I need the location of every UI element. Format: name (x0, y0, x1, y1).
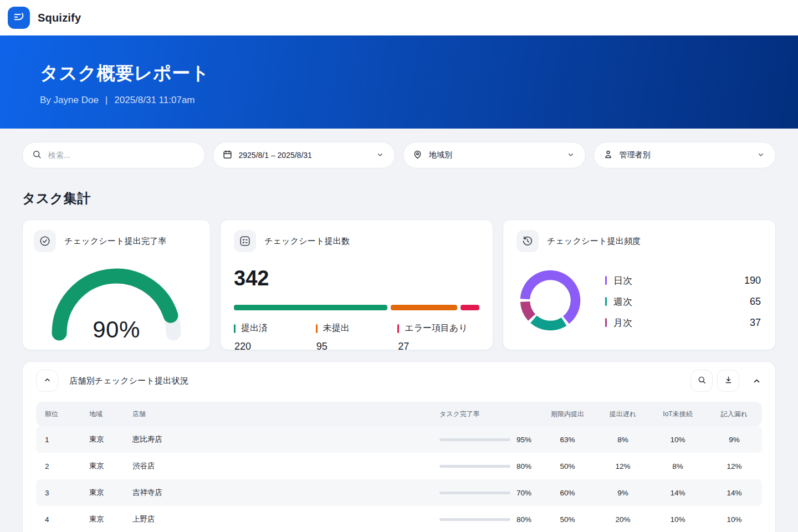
table-row[interactable]: 1東京恵比寿店95%63%8%10%9% (36, 426, 762, 453)
calendar-icon (222, 149, 233, 161)
cell-missing: 12% (707, 462, 762, 470)
report-author: By Jayne Doe (40, 95, 99, 106)
manager-select[interactable]: 管理者別 (594, 142, 776, 168)
legend-label: 未提出 (323, 323, 350, 334)
legend-value: 37 (750, 317, 761, 329)
report-banner: タスク概要レポート By Jayne Doe | 2025/8/31 11:07… (0, 35, 798, 129)
legend-item: 提出済220 (234, 323, 316, 352)
cell-on-time: 50% (538, 462, 597, 470)
chevron-up-icon[interactable] (751, 376, 762, 386)
store-table-card: 店舗別チェックシート提出状況 順位地域店舗タスク完了率期限内提出提出 (22, 361, 776, 532)
completion-value: 80% (516, 462, 538, 470)
cell-on-time: 50% (538, 515, 597, 524)
frequency-legend-row: 月次37 (605, 316, 761, 329)
legend-label: 週次 (613, 295, 632, 308)
cell-missing: 14% (707, 489, 762, 497)
filter-bar: 2925/8/1 – 2025/8/31 地域別 管理者別 (22, 142, 776, 168)
search-field[interactable] (22, 142, 205, 168)
frequency-donut-chart (516, 267, 584, 336)
completion-percent: 90% (43, 316, 190, 343)
download-icon (724, 375, 733, 386)
app-logo[interactable] (8, 7, 30, 29)
progress-bar (439, 465, 510, 468)
cell-missing: 9% (707, 436, 762, 444)
cell-late: 20% (597, 515, 649, 524)
cell-iot: 10% (649, 436, 707, 444)
search-icon (32, 149, 42, 161)
column-header: タスク完了率 (438, 410, 538, 419)
cell-rank: 3 (36, 489, 80, 497)
region-value: 地域別 (429, 150, 560, 160)
cell-iot: 8% (649, 462, 707, 470)
checklist-icon (234, 230, 256, 252)
circle-check-icon (34, 230, 56, 252)
cell-completion: 80% (438, 515, 538, 524)
cell-region: 東京 (80, 461, 124, 471)
cell-rank: 4 (36, 515, 80, 524)
progress-bar (439, 518, 510, 521)
frequency-card-title: チェックシート提出頻度 (547, 236, 641, 247)
column-header: 店舗 (124, 410, 438, 419)
table-header-row: 順位地域店舗タスク完了率期限内提出提出遅れIoT未接続記入漏れ (36, 402, 762, 426)
table-download-button[interactable] (717, 370, 739, 392)
date-range-select[interactable]: 2925/8/1 – 2025/8/31 (213, 142, 396, 168)
legend-value: 220 (234, 341, 316, 352)
bar-segment (461, 305, 479, 310)
column-header: IoT未接続 (649, 410, 707, 419)
progress-bar (439, 438, 510, 441)
legend-label: 提出済 (241, 323, 268, 334)
legend-label: 月次 (613, 316, 632, 329)
cell-region: 東京 (80, 488, 124, 498)
cell-on-time: 63% (538, 436, 597, 444)
chevron-down-icon (566, 150, 575, 161)
cell-completion: 70% (438, 489, 538, 497)
byline-separator: | (105, 95, 108, 106)
legend-label: 日次 (613, 274, 632, 287)
cell-rank: 2 (36, 462, 80, 470)
cell-missing: 10% (707, 515, 762, 524)
column-header: 提出遅れ (597, 410, 649, 419)
legend-value: 190 (744, 275, 761, 287)
cell-store: 渋谷店 (124, 461, 438, 471)
table-row[interactable]: 3東京吉祥寺店70%60%9%14%14% (36, 479, 762, 506)
legend-tick (397, 324, 399, 333)
collapse-section-button[interactable] (36, 370, 58, 392)
submissions-card-title: チェックシート提出数 (264, 236, 350, 247)
region-select[interactable]: 地域別 (403, 142, 586, 168)
table-search-button[interactable] (690, 370, 713, 392)
column-header: 記入漏れ (707, 410, 762, 419)
cell-on-time: 60% (538, 489, 597, 497)
search-icon (697, 375, 707, 386)
cell-store: 吉祥寺店 (124, 488, 438, 498)
column-header: 期限内提出 (538, 410, 597, 419)
cell-iot: 10% (649, 515, 707, 524)
completion-value: 80% (516, 515, 538, 524)
table-body: 1東京恵比寿店95%63%8%10%9%2東京渋谷店80%50%12%8%12%… (36, 426, 762, 532)
table-row[interactable]: 2東京渋谷店80%50%12%8%12% (36, 453, 762, 479)
progress-bar (439, 492, 510, 494)
cell-completion: 95% (438, 436, 538, 444)
completion-card-title: チェックシート提出完了率 (64, 236, 167, 247)
report-title: タスク概要レポート (40, 61, 758, 86)
bar-segment (391, 305, 457, 310)
store-table: 順位地域店舗タスク完了率期限内提出提出遅れIoT未接続記入漏れ 1東京恵比寿店9… (36, 402, 762, 532)
kpi-cards: チェックシート提出完了率 90% チェックシート提出数 342 (22, 219, 776, 350)
completion-gauge: 90% (43, 260, 190, 345)
cell-iot: 14% (649, 489, 707, 497)
manager-value: 管理者別 (620, 150, 751, 160)
chevron-down-icon (756, 150, 765, 161)
cell-late: 9% (597, 489, 649, 497)
search-input[interactable] (48, 151, 195, 160)
completion-value: 70% (516, 489, 538, 497)
legend-tick (605, 297, 607, 306)
table-row[interactable]: 4東京上野店80%50%20%10%10% (36, 506, 762, 532)
location-pin-icon (412, 149, 423, 161)
frequency-legend-row: 週次65 (605, 295, 761, 308)
completion-rate-card: チェックシート提出完了率 90% (22, 219, 211, 350)
legend-value: 95 (316, 341, 398, 352)
app-name: Squizify (38, 12, 81, 24)
top-bar: Squizify (0, 0, 798, 35)
cell-store: 恵比寿店 (124, 434, 438, 444)
person-icon (603, 149, 613, 161)
submissions-legend: 提出済220未提出95エラー項目あり27 (234, 323, 479, 352)
